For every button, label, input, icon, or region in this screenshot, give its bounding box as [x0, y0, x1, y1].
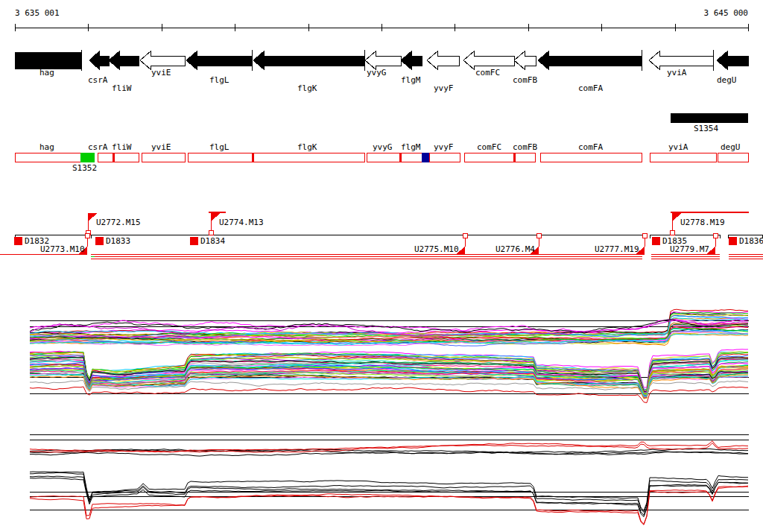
gene-fliW[interactable]: [109, 51, 139, 69]
gene-yvyF[interactable]: [427, 51, 459, 69]
up-shift-flag-U2776.M4[interactable]: [529, 247, 539, 255]
flag-anchor-square: [537, 233, 542, 238]
down-shift-marker-D1836[interactable]: [729, 237, 737, 245]
segment-blue[interactable]: [422, 153, 429, 162]
gene-comFC[interactable]: [463, 51, 514, 69]
gene-flgL[interactable]: [186, 51, 252, 69]
flag-anchor-square: [209, 231, 214, 235]
up-shift-flag-U2775.M10[interactable]: [455, 247, 465, 255]
transcribed-segment-overbar: [209, 212, 226, 213]
down-shift-marker-D1833[interactable]: [95, 237, 104, 245]
down-shift-marker-D1835[interactable]: [652, 237, 660, 245]
gene-track: [15, 50, 748, 123]
profile-grid-lines: [30, 321, 749, 510]
gene-comFA[interactable]: [538, 51, 642, 69]
segment-S1352[interactable]: [80, 153, 95, 162]
gene-yvyG[interactable]: [365, 51, 401, 69]
gene-segment-box[interactable]: [465, 153, 536, 162]
gene-segment-box[interactable]: [142, 153, 186, 162]
down-shift-marker-D1832[interactable]: [14, 237, 22, 245]
segment-track: [16, 153, 749, 162]
up-shift-flag-U2777.M19[interactable]: [635, 247, 645, 255]
segment-S1354[interactable]: [671, 113, 748, 123]
flag-anchor-square: [463, 233, 468, 238]
down-shift-marker-D1834[interactable]: [190, 237, 198, 245]
flag-anchor-square: [671, 231, 675, 235]
genome-browser-view: 3 635 001 3 645 000 hagcsrAfliWyviEflgLf…: [0, 0, 763, 532]
up-shift-flag-U2772.M15[interactable]: [88, 213, 98, 221]
gene-segment-box[interactable]: [189, 153, 365, 162]
gene-segment-box[interactable]: [718, 153, 749, 162]
flag-anchor-square: [86, 233, 90, 238]
gene-flgK[interactable]: [253, 51, 364, 69]
up-shift-flag-U2774.M13[interactable]: [211, 213, 221, 221]
gene-segment-box[interactable]: [430, 153, 460, 162]
segment-divider: [113, 153, 115, 162]
gene-segment-box[interactable]: [650, 153, 717, 162]
gene-yviE[interactable]: [140, 51, 185, 69]
gene-segment-box[interactable]: [367, 153, 422, 162]
segment-divider: [399, 153, 402, 162]
segment-divider: [513, 153, 516, 162]
gene-yviA[interactable]: [649, 51, 713, 69]
transcribed-segment-overbar: [671, 212, 749, 213]
flag-anchor-square: [714, 233, 718, 238]
profile-line-top-colored: [30, 313, 748, 335]
gene-hag[interactable]: [15, 52, 81, 69]
profile-line-top-colored: [30, 311, 748, 335]
up-shift-flag-U2779.M7[interactable]: [706, 247, 715, 255]
gene-segment-box[interactable]: [16, 153, 81, 162]
segment-divider: [252, 153, 254, 162]
gene-comFB[interactable]: [514, 51, 536, 69]
gene-segment-box[interactable]: [98, 153, 139, 162]
feature-track: [0, 212, 763, 259]
gene-flgM[interactable]: [401, 51, 422, 69]
up-shift-flag-U2778.M19[interactable]: [672, 213, 682, 221]
up-shift-flag-U2773.M10[interactable]: [77, 247, 87, 255]
ruler-track: [15, 24, 749, 31]
browser-canvas: [0, 0, 763, 532]
gene-segment-box[interactable]: [541, 153, 642, 162]
gene-degU[interactable]: [717, 51, 748, 69]
flag-anchor-square: [643, 233, 648, 238]
gene-csrA[interactable]: [89, 51, 109, 69]
